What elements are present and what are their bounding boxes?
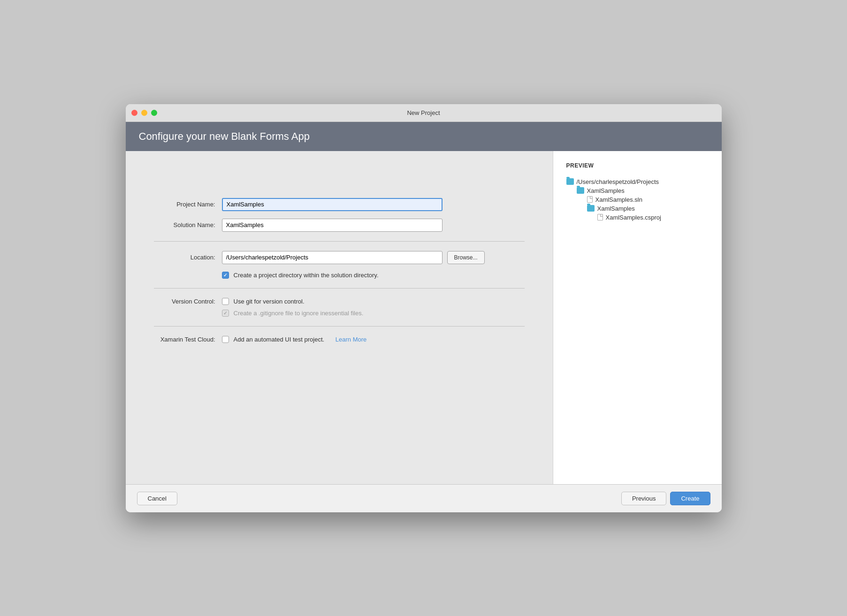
- location-input[interactable]: [222, 251, 443, 264]
- add-ui-test-label: Add an automated UI test project.: [234, 336, 325, 343]
- tree-item-2: XamlSamples.sln: [566, 195, 709, 204]
- use-git-checkbox[interactable]: [222, 298, 229, 305]
- version-control-row: Version Control: Use git for version con…: [154, 298, 525, 305]
- xamarin-test-row: Xamarin Test Cloud: Add an automated UI …: [154, 336, 525, 343]
- gitignore-label: Create a .gitignore file to ignore iness…: [234, 310, 364, 317]
- solution-name-input[interactable]: [222, 219, 443, 232]
- solution-name-label: Solution Name:: [154, 221, 222, 228]
- tree-item-1: XamlSamples: [566, 186, 709, 195]
- create-project-dir-checkbox-container[interactable]: Create a project directory within the so…: [222, 272, 379, 279]
- create-project-dir-checkbox[interactable]: [222, 272, 229, 279]
- main-content: Project Name: Solution Name: Location: B…: [126, 151, 722, 484]
- use-git-label: Use git for version control.: [234, 298, 305, 305]
- file-icon-4: [597, 214, 603, 221]
- add-ui-test-checkbox[interactable]: [222, 336, 229, 343]
- folder-icon-3: [587, 205, 595, 212]
- learn-more-link[interactable]: Learn More: [336, 336, 366, 343]
- folder-icon-1: [577, 187, 584, 194]
- tree-item-4: XamlSamples.csproj: [566, 213, 709, 222]
- window: New Project Configure your new Blank For…: [126, 104, 722, 512]
- preview-title: PREVIEW: [566, 162, 709, 169]
- project-name-row: Project Name:: [154, 198, 525, 211]
- divider-1: [154, 241, 525, 242]
- maximize-button[interactable]: [151, 110, 157, 116]
- window-title: New Project: [407, 109, 440, 116]
- gitignore-row: Create a .gitignore file to ignore iness…: [222, 310, 525, 317]
- tree-item-label-3: XamlSamples: [597, 205, 635, 212]
- minimize-button[interactable]: [141, 110, 147, 116]
- create-project-dir-row: Create a project directory within the so…: [222, 272, 525, 279]
- footer-left: Cancel: [137, 492, 177, 505]
- solution-name-row: Solution Name:: [154, 219, 525, 232]
- tree-item-label-4: XamlSamples.csproj: [606, 214, 662, 221]
- previous-button[interactable]: Previous: [621, 492, 667, 505]
- tree-item-label-0: /Users/charlespetzold/Projects: [577, 178, 659, 185]
- tree-item-label-1: XamlSamples: [587, 187, 625, 194]
- tree-item-label-2: XamlSamples.sln: [595, 196, 642, 203]
- tree-item-3: XamlSamples: [566, 204, 709, 213]
- add-ui-test-checkbox-container[interactable]: Add an automated UI test project. Learn …: [222, 336, 367, 343]
- project-name-input[interactable]: [222, 198, 443, 211]
- gitignore-checkbox: [222, 310, 229, 317]
- title-bar-buttons: [131, 110, 157, 116]
- header: Configure your new Blank Forms App: [126, 122, 722, 151]
- folder-icon-0: [566, 178, 574, 185]
- gitignore-checkbox-container[interactable]: Create a .gitignore file to ignore iness…: [222, 310, 364, 317]
- cancel-button[interactable]: Cancel: [137, 492, 177, 505]
- location-row: Location: Browse...: [154, 251, 525, 264]
- footer: Cancel Previous Create: [126, 484, 722, 512]
- browse-button[interactable]: Browse...: [447, 251, 485, 264]
- preview-panel: PREVIEW /Users/charlespetzold/Projects X…: [553, 151, 722, 484]
- version-control-label: Version Control:: [154, 298, 222, 305]
- title-bar: New Project: [126, 104, 722, 122]
- tree-item-0: /Users/charlespetzold/Projects: [566, 177, 709, 186]
- use-git-checkbox-container[interactable]: Use git for version control.: [222, 298, 305, 305]
- file-icon-2: [587, 196, 593, 203]
- divider-3: [154, 326, 525, 327]
- footer-right: Previous Create: [621, 492, 710, 505]
- close-button[interactable]: [131, 110, 137, 116]
- create-button[interactable]: Create: [670, 492, 710, 505]
- xamarin-test-label: Xamarin Test Cloud:: [154, 336, 222, 343]
- location-label: Location:: [154, 254, 222, 261]
- project-name-label: Project Name:: [154, 201, 222, 208]
- form-area: Project Name: Solution Name: Location: B…: [126, 151, 553, 484]
- divider-2: [154, 288, 525, 289]
- page-title: Configure your new Blank Forms App: [139, 130, 709, 143]
- create-project-dir-label: Create a project directory within the so…: [234, 272, 379, 279]
